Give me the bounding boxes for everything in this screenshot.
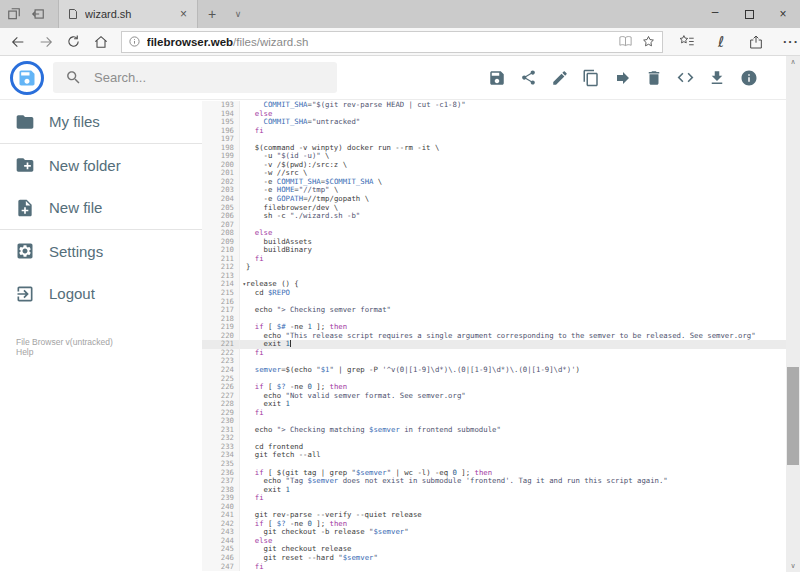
share-icon-browser[interactable] [747,33,765,51]
code-text[interactable]: echo "> Checking matching $semver in fro… [240,426,786,435]
search-placeholder: Search... [94,70,146,85]
code-line[interactable]: 224 semver=$(echo "$1" | grep -P '^v(0|[… [202,366,786,375]
code-line[interactable]: 195 COMMIT_SHA="untracked" [202,118,786,127]
code-text[interactable]: echo "Not valid semver format. See semve… [240,392,786,401]
code-line[interactable]: 238 exit 1 [202,486,786,495]
minimize-button[interactable]: – [698,0,732,26]
code-line[interactable]: 231 echo "> Checking matching $semver in… [202,426,786,435]
sidebar-item-logout[interactable]: Logout [0,272,202,315]
code-line[interactable]: 207 [202,221,786,230]
favorites-hub-icon[interactable] [677,33,695,51]
code-text[interactable]: COMMIT_SHA="$(git rev-parse HEAD | cut -… [240,101,786,110]
page-scrollbar[interactable]: ∧ ∨ [786,56,800,572]
code-text[interactable]: exit 1 [240,400,786,409]
sidebar-item-settings[interactable]: Settings [0,229,202,272]
code-text[interactable]: else [240,229,786,238]
address-bar[interactable]: filebrowser.web/files/wizard.sh [121,31,663,53]
code-line[interactable]: 222 fi [202,349,786,358]
code-text[interactable]: git fetch --all [240,451,786,460]
copy-button[interactable] [582,68,601,87]
scroll-down-icon[interactable]: ∨ [786,560,800,572]
code-text[interactable]: echo "Tag $semver does not exist in subm… [240,477,786,486]
new-tab-button[interactable]: + [198,0,226,28]
code-editor[interactable]: 193 COMMIT_SHA="$(git rev-parse HEAD | c… [202,100,786,572]
share-button[interactable] [519,68,538,87]
code-text[interactable]: echo "> Checking semver format" [240,306,786,315]
tab-preview-chevron-icon[interactable]: ∨ [226,0,250,28]
code-line[interactable]: 212} [202,263,786,272]
download-button[interactable] [708,68,727,87]
code-line[interactable]: 234 git fetch --all [202,451,786,460]
code-text[interactable]: exit 1 [240,340,786,349]
code-text[interactable]: buildAssets [240,238,786,247]
tabs-set-aside-icon[interactable] [6,6,22,22]
raw-code-button[interactable] [676,68,695,87]
tab-close-icon[interactable]: × [178,7,189,21]
code-text[interactable] [240,221,786,230]
filebrowser-logo[interactable] [10,61,44,95]
move-button[interactable] [613,68,632,87]
code-text[interactable]: fi [240,349,786,358]
fold-arrow-icon[interactable]: ▾ [242,280,246,289]
code-text[interactable]: cd $REPO [240,289,786,298]
code-line[interactable]: 217 echo "> Checking semver format" [202,306,786,315]
code-line[interactable]: 193 COMMIT_SHA="$(git rev-parse HEAD | c… [202,101,786,110]
code-text[interactable]: semver=$(echo "$1" | grep -P '^v(0|[1-9]… [240,366,786,375]
code-text[interactable]: echo "This release script requires a sin… [240,332,786,341]
code-line[interactable]: 206 sh -c "./wizard.sh -b" [202,212,786,221]
browser-tab[interactable]: wizard.sh × [58,0,198,28]
add-favorite-star-icon[interactable] [641,34,656,49]
code-line[interactable]: 210 buildBinary [202,246,786,255]
code-text[interactable]: buildBinary [240,246,786,255]
sidebar-footer: File Browser v(untracked) Help [0,337,202,357]
code-text[interactable]: git reset --hard "$semver" [240,554,786,563]
rename-button[interactable] [550,68,569,87]
code-text[interactable]: release () { [240,280,786,289]
code-text[interactable]: fi [240,409,786,418]
set-tabs-aside-icon[interactable] [30,6,46,22]
code-text[interactable] [240,272,786,281]
save-button[interactable] [487,68,506,87]
code-text[interactable]: COMMIT_SHA="untracked" [240,118,786,127]
home-button[interactable] [87,30,115,54]
refresh-button[interactable] [59,30,87,54]
web-note-pen-icon[interactable]: ℓ [712,33,730,51]
scroll-up-icon[interactable]: ∧ [786,56,800,68]
search-input[interactable]: Search... [53,62,337,93]
code-text[interactable]: fi [240,563,786,572]
help-link[interactable]: Help [16,347,202,357]
code-text[interactable]: fi [240,127,786,136]
code-text[interactable]: } [240,263,786,272]
reading-view-icon[interactable] [618,35,633,48]
code-text[interactable]: fi [240,494,786,503]
sidebar-item-new-folder[interactable]: New folder [0,143,202,186]
back-button[interactable] [4,30,32,54]
code-line[interactable]: 215 cd $REPO [202,289,786,298]
delete-button[interactable] [645,68,664,87]
sidebar-item-my-files[interactable]: My files [0,100,202,143]
close-button[interactable]: × [766,0,800,28]
info-button[interactable] [739,68,758,87]
code-text[interactable] [240,434,786,443]
sidebar-item-new-file[interactable]: New file [0,186,202,229]
code-line[interactable]: 239 fi [202,494,786,503]
code-line[interactable]: 229 fi [202,409,786,418]
forward-button[interactable] [32,30,60,54]
code-text[interactable]: fi [240,255,786,264]
maximize-button[interactable] [732,0,766,28]
scrollbar-thumb[interactable] [787,367,799,465]
code-line[interactable]: 246 git reset --hard "$semver" [202,554,786,563]
code-line[interactable]: 228 exit 1 [202,400,786,409]
code-line[interactable]: 243 git checkout -b release "$semver" [202,528,786,537]
code-text[interactable]: git checkout -b release "$semver" [240,528,786,537]
code-text[interactable]: sh -c "./wizard.sh -b" [240,212,786,221]
site-info-icon[interactable] [128,35,141,48]
code-line[interactable]: 221 exit 1 [202,340,786,349]
code-line[interactable]: 196 fi [202,127,786,136]
code-line[interactable]: 247 fi [202,563,786,572]
code-text[interactable]: cd frontend [240,443,786,452]
code-text[interactable]: -v /$(pwd):/src:z \ [240,161,786,170]
more-options-icon[interactable]: ··· [782,33,800,51]
code-text[interactable]: exit 1 [240,486,786,495]
code-line[interactable]: 211 fi [202,255,786,264]
